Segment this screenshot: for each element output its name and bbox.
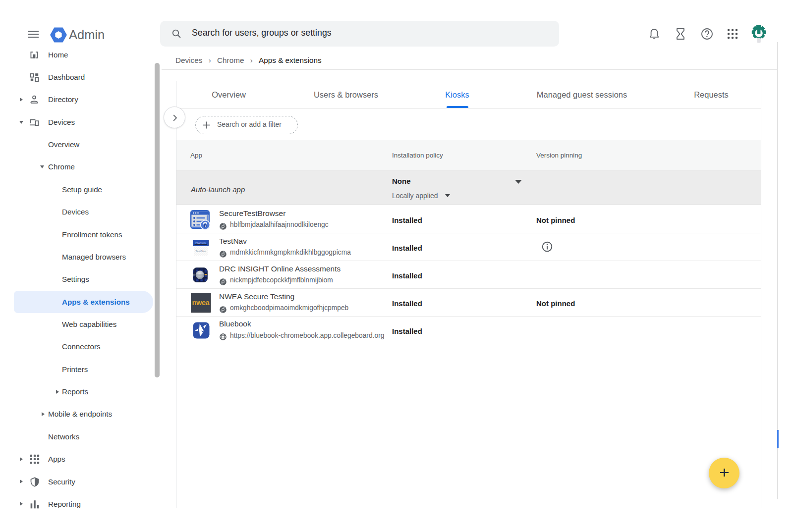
svg-text:TestNav: TestNav	[195, 250, 206, 253]
svg-text:nwea: nwea	[192, 299, 210, 307]
svg-text:PEARSON: PEARSON	[195, 242, 206, 244]
